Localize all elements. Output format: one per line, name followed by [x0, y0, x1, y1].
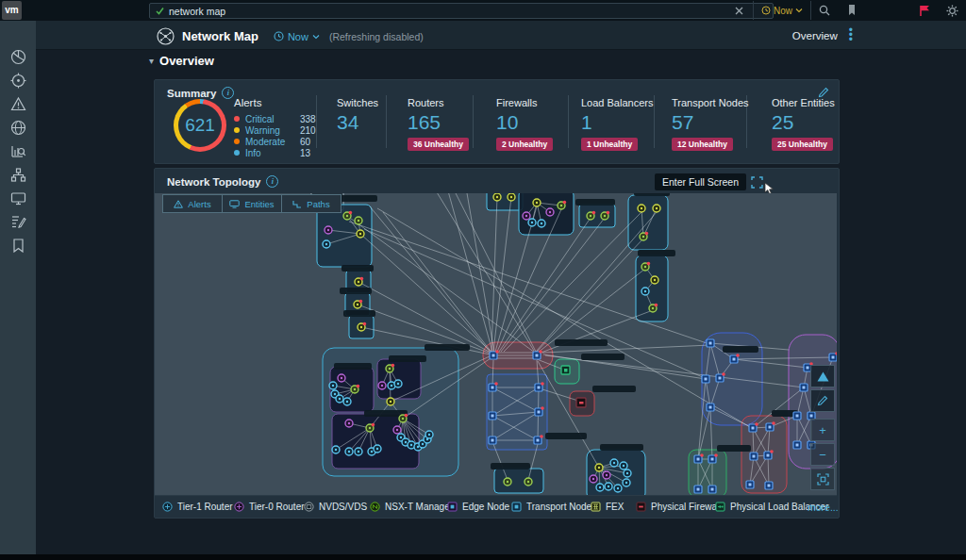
network-map-icon [157, 27, 175, 45]
topology-group[interactable] [579, 205, 615, 227]
node-core [325, 243, 327, 245]
warning-dot [234, 127, 240, 133]
info-dot [234, 150, 240, 156]
topology-canvas[interactable]: Alerts Entities Paths + − [155, 193, 837, 495]
legend-transport-node[interactable]: Transport Node [511, 502, 591, 512]
node-core [346, 401, 348, 403]
node-core [335, 449, 337, 451]
legend-physical-firewall[interactable]: Physical Firewall [636, 502, 721, 512]
stat-transport-nodes[interactable]: Transport Nodes5712 Unhealthy [672, 97, 749, 151]
info-icon[interactable]: i [266, 175, 278, 188]
node-core [357, 304, 358, 305]
kebab-menu-icon[interactable]: ••• [849, 28, 853, 42]
legend-tier1-router[interactable]: Tier-1 Router [162, 502, 233, 512]
sidebar-item-reports[interactable] [0, 210, 36, 234]
alert-legend-row[interactable]: Warning210 [234, 124, 316, 136]
legend-more-link[interactable]: more... [808, 502, 839, 513]
alerts-donut-chart[interactable]: 621 [174, 99, 226, 152]
physical-load-balancer-icon [715, 502, 725, 512]
node-core [613, 462, 615, 464]
alert-legend-row[interactable]: Critical338 [234, 113, 316, 124]
node-core [749, 484, 752, 486]
settings-gear-icon[interactable] [938, 5, 966, 17]
search-submit-button[interactable] [810, 1, 838, 20]
zoom-out-button[interactable]: − [810, 443, 835, 466]
enter-fullscreen-icon[interactable] [751, 176, 763, 189]
node-label-pill [491, 463, 530, 469]
app-window: vm network map Now [0, 0, 966, 560]
stat-switches[interactable]: Switches34 [337, 97, 378, 134]
saved-search-icon[interactable] [838, 5, 866, 16]
edit-pencil-button[interactable] [810, 389, 835, 412]
node-core [525, 215, 527, 217]
sidebar-item-library[interactable] [0, 234, 36, 257]
node-core [410, 444, 412, 446]
clear-search-icon[interactable] [735, 7, 743, 15]
dashboard-icon [10, 49, 26, 65]
node-core [768, 485, 771, 487]
legend-fex[interactable]: FEX [591, 502, 624, 512]
tab-alerts[interactable]: Alerts [162, 194, 223, 213]
nav-overview-label[interactable]: Overview [792, 30, 838, 41]
sidebar-item-vms[interactable] [0, 187, 36, 210]
node-core [541, 222, 542, 224]
topology-group[interactable] [377, 359, 421, 399]
node-core [510, 196, 512, 198]
node-core [348, 422, 350, 424]
bottom-strip [0, 554, 966, 560]
tab-paths[interactable]: Paths [282, 194, 341, 213]
topology-group[interactable] [494, 469, 543, 493]
node-core [346, 215, 348, 217]
node-core [796, 444, 799, 447]
sidebar-item-metrics[interactable] [0, 140, 36, 163]
node-core [590, 215, 591, 217]
alert-badge [647, 262, 651, 266]
node-core [491, 387, 494, 389]
sidebar-item-environment[interactable] [0, 116, 36, 140]
fit-to-screen-button[interactable] [810, 468, 835, 490]
node-core [711, 488, 714, 491]
refresh-control[interactable]: Now (Refreshing disabled) [274, 31, 424, 42]
info-icon[interactable]: i [222, 87, 234, 99]
alert-badge [772, 421, 775, 425]
alert-badge [700, 453, 704, 457]
overview-section-header[interactable]: ▾ Overview [149, 54, 214, 68]
topology-edge [542, 345, 710, 353]
node-core [358, 281, 359, 283]
node-label-pill [600, 444, 643, 451]
node-core [623, 465, 625, 467]
alerts-flag-icon[interactable] [911, 5, 938, 17]
tab-entities[interactable]: Entities [223, 194, 282, 213]
alert-badge [540, 435, 543, 438]
search-value: network map [169, 6, 225, 17]
global-search-input[interactable]: network map [149, 3, 774, 19]
alert-legend-row[interactable]: Info13 [234, 147, 316, 158]
node-core [656, 207, 658, 209]
sidebar-item-dashboards[interactable] [0, 45, 36, 69]
legend-tier0-router[interactable]: Tier-0 Router [234, 502, 305, 512]
stat-routers[interactable]: Routers16536 Unhealthy [408, 97, 469, 151]
sidebar-item-troubleshoot[interactable] [0, 92, 36, 116]
node-core [598, 467, 600, 469]
topology-graph[interactable] [155, 193, 837, 495]
node-core [538, 411, 541, 414]
zoom-in-button[interactable]: + [810, 419, 835, 441]
legend-nsxt-manager[interactable]: NSX-T Manager [370, 502, 453, 512]
vmware-logo[interactable]: vm [2, 1, 22, 20]
stat-other-entities[interactable]: Other Entities2525 Unhealthy [772, 97, 835, 151]
legend-edge-node[interactable]: Edge Node [447, 502, 509, 512]
node-core [719, 377, 722, 380]
stat-load-balancers[interactable]: Load Balancers11 Unhealthy [581, 97, 653, 151]
sidebar-item-optimize[interactable] [0, 69, 36, 92]
time-range-control[interactable]: Now [753, 1, 810, 20]
node-core [537, 439, 540, 442]
topology-group[interactable] [487, 193, 523, 210]
alert-filter-button[interactable] [810, 365, 835, 387]
node-core [654, 279, 656, 281]
alert-badge [360, 277, 364, 281]
sidebar-item-topology[interactable] [0, 163, 36, 187]
node-core [579, 402, 584, 404]
legend-nvds-vds[interactable]: NVDS/VDS [304, 502, 367, 512]
alert-legend-row[interactable]: Moderate60 [234, 136, 316, 147]
stat-firewalls[interactable]: Firewalls102 Unhealthy [496, 97, 553, 151]
